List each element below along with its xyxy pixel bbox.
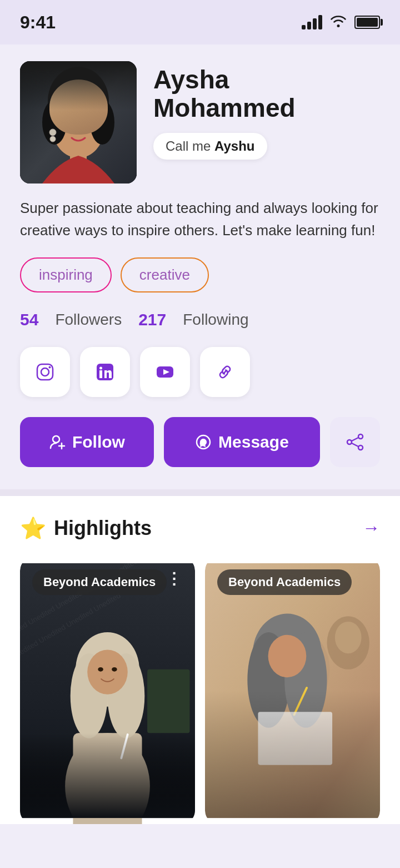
svg-point-36 (87, 649, 128, 694)
status-icons (302, 13, 380, 32)
svg-line-27 (352, 443, 358, 447)
message-button[interactable]: Message (164, 417, 320, 467)
svg-point-7 (66, 122, 74, 128)
highlights-title: Highlights (54, 517, 152, 540)
action-row: Follow Message (20, 417, 380, 467)
following-label: Following (183, 311, 248, 329)
status-bar: 9:41 (0, 0, 400, 44)
wifi-icon (330, 13, 347, 32)
svg-point-2 (48, 67, 109, 136)
tag-creative[interactable]: creative (121, 257, 209, 292)
svg-point-12 (41, 368, 49, 376)
highlight-card-1[interactable]: Unedited Unedited Unedited Unedited Uned… (20, 557, 195, 824)
instagram-button[interactable] (20, 347, 70, 397)
tag-inspiring[interactable]: inspiring (20, 257, 112, 292)
profile-section: Aysha Mohammed Call me Ayshu Super passi… (0, 44, 400, 489)
social-icons-row (20, 347, 380, 397)
svg-point-38 (112, 667, 117, 672)
svg-point-4 (53, 100, 104, 158)
profile-bio: Super passionate about teaching and alwa… (20, 197, 380, 242)
avatar (20, 61, 137, 183)
svg-rect-52 (205, 563, 380, 818)
highlights-title-row: ⭐ Highlights (20, 516, 152, 540)
stats-row: 54 Followers 217 Following (20, 310, 380, 329)
link-button[interactable] (200, 347, 250, 397)
status-time: 9:41 (20, 12, 56, 33)
share-button[interactable] (330, 417, 380, 467)
highlight-card-2[interactable]: Beyond Academics (205, 557, 380, 824)
following-count: 217 (138, 310, 166, 329)
svg-line-26 (352, 438, 358, 441)
card2-badge: Beyond Academics (217, 569, 352, 595)
battery-icon (354, 16, 380, 29)
profile-header: Aysha Mohammed Call me Ayshu (20, 61, 380, 183)
card1-menu-button[interactable]: ⋮ (166, 569, 183, 588)
profile-name: Aysha Mohammed (153, 66, 380, 122)
svg-point-16 (99, 366, 102, 369)
svg-point-23 (358, 434, 363, 439)
followers-label: Followers (55, 311, 122, 329)
svg-rect-40 (147, 669, 189, 733)
svg-rect-41 (20, 733, 195, 818)
highlights-arrow-button[interactable]: → (362, 518, 380, 538)
svg-point-13 (49, 366, 51, 368)
card1-badge: Beyond Academics (32, 569, 167, 595)
svg-point-37 (98, 667, 103, 672)
section-divider (0, 489, 400, 496)
svg-point-9 (49, 129, 56, 136)
svg-rect-15 (99, 370, 102, 378)
highlights-header: ⭐ Highlights → (20, 516, 380, 540)
svg-point-24 (347, 440, 352, 444)
svg-point-6 (90, 100, 114, 145)
signal-icon (302, 15, 322, 29)
nickname-badge: Call me Ayshu (153, 133, 267, 160)
tags-row: inspiring creative (20, 257, 380, 292)
linkedin-button[interactable] (80, 347, 130, 397)
highlights-grid: Unedited Unedited Unedited Unedited Uned… (20, 557, 380, 824)
star-icon: ⭐ (20, 516, 46, 540)
youtube-button[interactable] (140, 347, 190, 397)
highlights-section: ⭐ Highlights → Unedited Une (0, 496, 400, 824)
svg-point-8 (83, 122, 91, 128)
svg-point-19 (53, 436, 59, 443)
profile-info: Aysha Mohammed Call me Ayshu (153, 61, 380, 160)
svg-point-25 (358, 445, 363, 450)
followers-count: 54 (20, 310, 38, 329)
svg-point-10 (50, 136, 56, 142)
follow-button[interactable]: Follow (20, 417, 154, 467)
